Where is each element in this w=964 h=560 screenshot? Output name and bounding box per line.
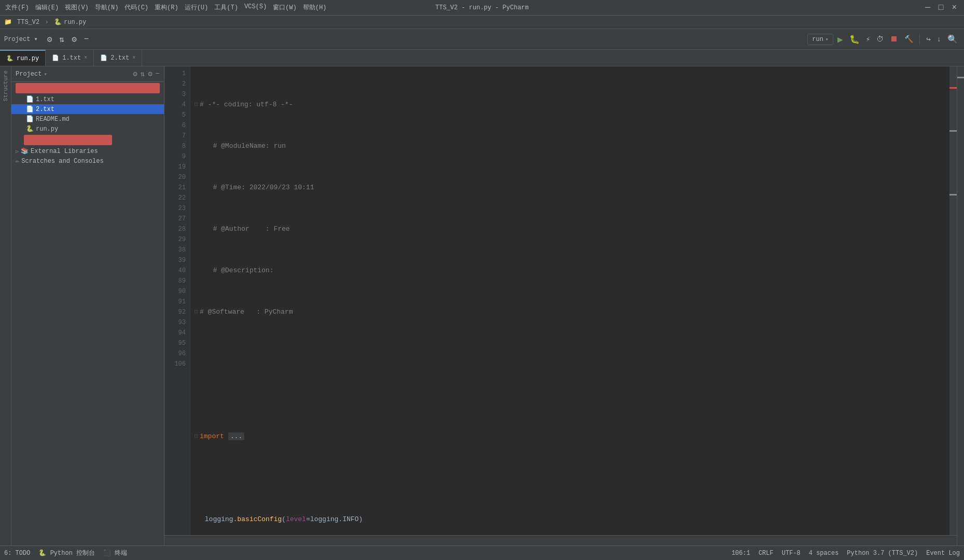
menu-edit[interactable]: 编辑(E) [35, 3, 59, 12]
search-button[interactable]: 🔍 [945, 33, 960, 46]
fold-9[interactable]: □ [195, 431, 198, 442]
tree-item-readme[interactable]: 📄 README.md [11, 114, 164, 124]
fold-6[interactable]: □ [195, 307, 198, 317]
tree-item-scratches[interactable]: ✏ Scratches and Consoles [11, 156, 164, 166]
project-name-label[interactable]: TTS_V2 [17, 19, 39, 26]
code-content[interactable]: □ # -*- coding: utf-8 -*- # @ModuleName:… [190, 66, 949, 535]
run-py-icon: 🐍 [6, 55, 13, 62]
project-folder-icon: 📁 [4, 18, 12, 26]
project-tree: 📄 1.txt 📄 2.txt 📄 README.md 🐍 run.py [11, 82, 164, 545]
sidebar-close-icon[interactable]: − [156, 69, 160, 78]
build-button[interactable]: 🔨 [902, 34, 915, 45]
tab-1-txt[interactable]: 📄 1.txt × [46, 50, 94, 66]
restore-button[interactable]: □ [937, 3, 946, 12]
encoding[interactable]: UTF-8 [782, 550, 801, 557]
collapsed-items-bar[interactable] [24, 135, 112, 145]
py-file-icon: 🐍 [26, 125, 34, 133]
terminal-panel[interactable]: ⬛ 终端 [103, 549, 127, 557]
menu-view[interactable]: 视图(V) [65, 3, 89, 12]
line-num-38: 38 [164, 245, 186, 255]
sidebar-header: Project ▾ ⚙ ⇅ ⚙ − [11, 66, 164, 82]
tab-run-py[interactable]: 🐍 run.py [0, 50, 46, 66]
code-editor[interactable]: 1 2 3 4 5 6 7 8 9 19 20 21 22 23 27 28 2… [164, 66, 957, 535]
tree-item-readme-label: README.md [36, 116, 70, 123]
step-over-button[interactable]: ↪ [924, 34, 932, 45]
python-file-icon: 🐍 [54, 18, 62, 26]
menu-file[interactable]: 文件(F) [5, 3, 29, 12]
line-num-9: 9 [164, 151, 186, 162]
line-num-94: 94 [164, 328, 186, 338]
sort-icon[interactable]: ⇅ [57, 33, 66, 46]
run-config-selector[interactable]: run ▾ [807, 34, 833, 45]
line-num-4: 4 [164, 100, 186, 110]
project-path-bar[interactable] [16, 83, 160, 93]
event-log[interactable]: Event Log [926, 550, 960, 557]
python-console-panel[interactable]: 🐍 Python 控制台 [38, 549, 95, 557]
gear-icon[interactable]: ⚙ [70, 33, 79, 46]
run-button[interactable]: ▶ [835, 33, 845, 46]
code-text-3: # @Time: 2022/09/23 10:11 [205, 183, 314, 193]
line-ending[interactable]: CRLF [759, 550, 774, 557]
tree-item-runpy[interactable]: 🐍 run.py [11, 124, 164, 134]
spacer [195, 224, 199, 234]
python-version[interactable]: Python 3.7 (TTS_V2) [847, 550, 918, 557]
tree-item-2txt[interactable]: 📄 2.txt [11, 104, 164, 114]
scroll-indicator-1 [949, 130, 957, 132]
sidebar-settings-icon[interactable]: ⚙ [133, 69, 137, 78]
menu-run[interactable]: 运行(U) [185, 3, 209, 12]
code-line-2: # @ModuleName: run [195, 141, 949, 151]
menu-refactor[interactable]: 重构(R) [155, 3, 178, 12]
line-num-39: 39 [164, 255, 186, 265]
code-line-19 [195, 473, 949, 483]
menu-bar[interactable]: 文件(F) 编辑(E) 视图(V) 导航(N) 代码(C) 重构(R) 运行(U… [5, 3, 326, 12]
code-text-1: # -*- coding: utf-8 -*- [200, 100, 293, 110]
tab-2-txt[interactable]: 📄 2.txt × [94, 50, 142, 66]
debug-button[interactable]: 🐛 [847, 33, 862, 46]
coverage-button[interactable]: ⚡ [864, 34, 872, 45]
left-vertical-tabs: Structure [0, 66, 11, 545]
tab-2-txt-label: 2.txt [111, 54, 129, 62]
spacer [195, 141, 199, 151]
step-into-button[interactable]: ↓ [935, 34, 943, 45]
run-file-label: run.py [64, 19, 86, 26]
project-sidebar: Project ▾ ⚙ ⇅ ⚙ − 📄 1.txt 📄 2.t [11, 66, 164, 545]
code-line-6: □ # @Software : PyCharm [195, 307, 949, 317]
close-1-txt[interactable]: × [84, 55, 87, 61]
equals: = [306, 514, 310, 525]
spacer [195, 183, 199, 193]
minus-icon[interactable]: − [82, 34, 91, 45]
profile-button[interactable]: ⏱ [874, 34, 886, 45]
tree-item-1txt[interactable]: 📄 1.txt [11, 94, 164, 104]
menu-code[interactable]: 代码(C) [125, 3, 148, 12]
todo-panel[interactable]: 6: TODO [4, 550, 30, 557]
structure-tab[interactable]: Structure [2, 66, 10, 105]
fold-1[interactable]: □ [195, 100, 198, 110]
md-file-icon: 📄 [26, 115, 34, 123]
sidebar-sort-icon[interactable]: ⇅ [141, 69, 145, 78]
main-content: Structure Project ▾ ⚙ ⇅ ⚙ − 📄 1.txt [0, 66, 964, 545]
menu-tools[interactable]: 工具(T) [214, 3, 238, 12]
project-dropdown[interactable]: Project ▾ [4, 35, 38, 43]
code-line-3: # @Time: 2022/09/23 10:11 [195, 183, 949, 193]
line-num-89: 89 [164, 276, 186, 286]
close-button[interactable]: × [949, 3, 959, 12]
indent-setting[interactable]: 4 spaces [809, 550, 839, 557]
basic-config: basicConfig [237, 514, 282, 525]
window-controls[interactable]: ─ □ × [923, 3, 959, 12]
settings-icon[interactable]: ⚙ [45, 33, 54, 46]
menu-vcs[interactable]: VCS(S) [244, 3, 267, 12]
close-2-txt[interactable]: × [132, 55, 135, 61]
tree-item-external-libs[interactable]: ▷ 📚 External Libraries [11, 146, 164, 156]
code-text-2: # @ModuleName: run [205, 141, 286, 151]
menu-navigate[interactable]: 导航(N) [95, 3, 119, 12]
code-text-6: # @Software : PyCharm [200, 307, 293, 317]
minimize-button[interactable]: ─ [923, 3, 932, 12]
main-toolbar: Project ▾ ⚙ ⇅ ⚙ − run ▾ ▶ 🐛 ⚡ ⏱ ⏹ 🔨 ↪ ↓ … [0, 29, 964, 50]
stop-button[interactable]: ⏹ [888, 33, 900, 45]
menu-window[interactable]: 窗口(W) [273, 3, 297, 12]
run-tab[interactable]: 🐍 run.py [54, 18, 86, 26]
code-line-20: logging.basicConfig(level=logging.INFO) [195, 514, 949, 525]
line-num-2: 2 [164, 79, 186, 89]
menu-help[interactable]: 帮助(H) [303, 3, 327, 12]
sidebar-gear-icon[interactable]: ⚙ [148, 69, 152, 78]
